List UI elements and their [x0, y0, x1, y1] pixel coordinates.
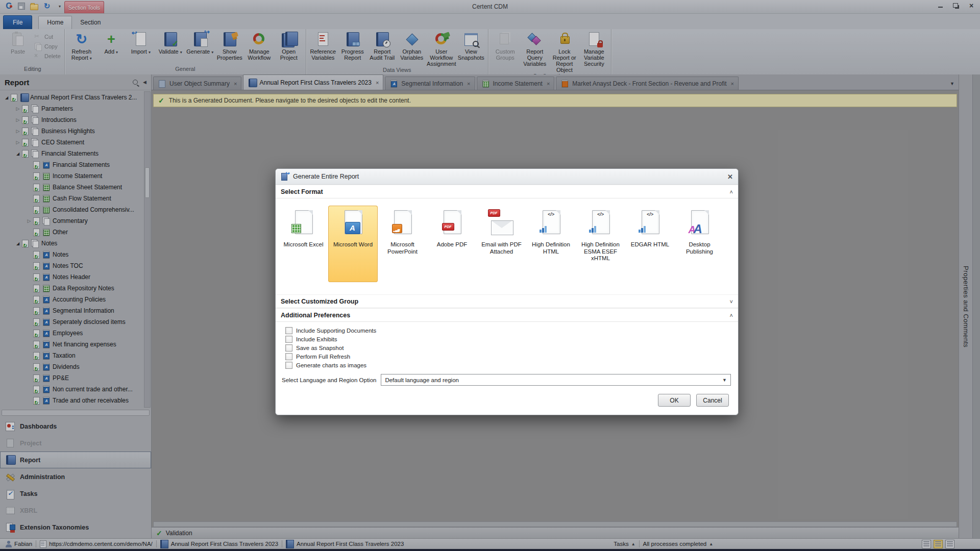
ok-button[interactable]: OK: [658, 394, 691, 407]
checkbox-perform-full-refresh[interactable]: [285, 353, 292, 360]
sidebar-item-administration[interactable]: Administration: [0, 468, 151, 485]
close-tab-icon[interactable]: ×: [547, 81, 550, 87]
view-toggle-3-icon[interactable]: [945, 540, 954, 548]
tree-item-annual-report-first-class-travelers-2[interactable]: ◢Annual Report First Class Travelers 2..…: [0, 92, 151, 103]
sidebar-item-tasks[interactable]: Tasks: [0, 485, 151, 502]
tree-item-employees[interactable]: Employees: [0, 328, 151, 339]
dialog-close-icon[interactable]: ✕: [727, 173, 733, 181]
format-option-desktop-publishing[interactable]: Desktop Publishing: [675, 206, 724, 259]
close-tab-icon[interactable]: ×: [730, 81, 733, 87]
ribbon-button-generate[interactable]: ↪Generate ▾: [185, 31, 215, 56]
ribbon-button-view-snapshots[interactable]: View Snapshots: [456, 31, 486, 61]
tree-item-balance-sheet-statement[interactable]: Balance Sheet Statement: [0, 182, 151, 193]
expand-node-icon[interactable]: ▷: [14, 140, 21, 145]
checkbox-include-exhibits[interactable]: [285, 336, 292, 343]
tree-item-net-financing-expenses[interactable]: Net financing expenses: [0, 339, 151, 350]
status-processes-button[interactable]: All processes completed ▲: [640, 539, 717, 549]
ribbon-button-progress-report[interactable]: Progress Report: [338, 31, 368, 61]
ribbon-button-reference-variables[interactable]: Reference Variables: [308, 31, 338, 61]
close-tab-icon[interactable]: ×: [467, 81, 470, 87]
tree-item-consolidated-comprehensiv[interactable]: Consolidated Comprehensiv...: [0, 204, 151, 215]
ribbon-button-report-query-variables[interactable]: Report Query Variables: [520, 31, 550, 67]
tree-item-parameters[interactable]: ▷Parameters: [0, 103, 151, 114]
ribbon-tab-section[interactable]: Section: [72, 16, 109, 29]
tree-item-segmental-information[interactable]: Segmental Information: [0, 305, 151, 316]
status-tasks-button[interactable]: Tasks ▲: [610, 539, 639, 549]
document-tab-annual-report-first-class-travelers-2023[interactable]: Annual Report First Class Travelers 2023…: [243, 74, 383, 90]
status-document-2[interactable]: Annual Report First Class Travelers 2023: [282, 539, 407, 549]
expand-node-icon[interactable]: ▷: [14, 129, 21, 134]
ribbon-button-show-properties[interactable]: Show Properties: [215, 31, 244, 61]
tree-item-financial-statements[interactable]: ◢Financial Statements: [0, 148, 151, 159]
ribbon-button-refresh-report[interactable]: ↻Refresh Report ▾: [67, 31, 96, 62]
sidebar-item-report[interactable]: Report: [0, 452, 151, 468]
tree-item-other[interactable]: Other: [0, 227, 151, 238]
maximize-icon[interactable]: [952, 3, 960, 9]
checkbox-generate-charts-as-images[interactable]: [285, 362, 292, 369]
tree-item-commentary[interactable]: ▷Commentary: [0, 215, 151, 227]
ribbon-button-orphan-variables[interactable]: Orphan Variables: [397, 31, 427, 61]
tree-scrollbar-thumb[interactable]: [145, 167, 150, 198]
ribbon-button-lock-report-or-report-object[interactable]: Lock Report or Report Object: [550, 31, 579, 73]
close-icon[interactable]: ×: [968, 3, 975, 9]
view-toggle-2-icon[interactable]: [934, 540, 943, 548]
tree-item-accounting-policies[interactable]: Accounting Policies: [0, 294, 151, 305]
ribbon-button-user-workflow-assignment[interactable]: User Workflow Assignment: [427, 31, 456, 67]
language-dropdown[interactable]: Default language and region ▼: [381, 374, 731, 386]
minimize-icon[interactable]: [937, 3, 944, 9]
collapse-panel-icon[interactable]: ◀: [143, 80, 146, 85]
view-toggle-1-icon[interactable]: [922, 540, 931, 548]
format-option-microsoft-excel[interactable]: Microsoft Excel: [279, 206, 328, 253]
tree-item-taxation[interactable]: Taxation: [0, 350, 151, 361]
checkbox-save-as-snapshot[interactable]: [285, 344, 292, 352]
ribbon-tab-home[interactable]: Home: [38, 16, 72, 29]
tree-item-notes-toc[interactable]: Notes TOC: [0, 260, 151, 271]
tree-item-seperately-disclosed-items[interactable]: Seperately disclosed items: [0, 316, 151, 328]
properties-comments-tab[interactable]: Properties and Comments: [959, 74, 972, 539]
format-option-microsoft-powerpoint[interactable]: Microsoft PowerPoint: [378, 206, 427, 259]
tree-item-data-repository-notes[interactable]: Data Repository Notes: [0, 283, 151, 294]
tree-item-non-current-trade-and-other[interactable]: Non current trade and other...: [0, 384, 151, 395]
format-option-edgar-html[interactable]: EDGAR HTML: [625, 206, 675, 253]
collapse-node-icon[interactable]: ◢: [14, 241, 21, 246]
tree-item-notes[interactable]: Notes: [0, 249, 151, 260]
tab-list-dropdown-icon[interactable]: ▼: [950, 81, 954, 86]
collapse-node-icon[interactable]: ◢: [3, 95, 10, 100]
ribbon-button-manage-workflow[interactable]: Manage Workflow: [244, 31, 274, 61]
tree-vertical-scrollbar[interactable]: [144, 91, 151, 408]
format-option-adobe-pdf[interactable]: Adobe PDF: [427, 206, 477, 253]
ribbon-button-add[interactable]: +Add ▾: [96, 31, 126, 56]
tree-item-introductions[interactable]: ▷Introductions: [0, 114, 151, 126]
ribbon-button-manage-variable-security[interactable]: Manage Variable Security: [579, 31, 609, 67]
format-option-email-with-pdf-attached[interactable]: Email with PDF Attached: [477, 206, 526, 259]
format-option-high-definition-esma-esef-xhtml[interactable]: High Definition ESMA ESEF xHTML: [576, 206, 625, 266]
section-select-customized-group[interactable]: Select Customized Group ˅: [276, 294, 738, 308]
validation-bar[interactable]: ✓ Validation: [152, 527, 959, 539]
sidebar-item-extension-taxonomies[interactable]: Extension Taxonomies: [0, 519, 151, 536]
status-document-1[interactable]: Annual Report First Class Travelers 2023: [157, 539, 282, 549]
tree-item-income-statement[interactable]: Income Statement: [0, 170, 151, 182]
close-tab-icon[interactable]: ×: [234, 81, 237, 87]
tree-item-ceo-statement[interactable]: ▷CEO Statement: [0, 137, 151, 148]
section-additional-preferences[interactable]: Additional Preferences ˄: [276, 308, 738, 322]
document-tab-segmental-information[interactable]: Segmental Information×: [385, 77, 475, 90]
sidebar-item-dashboards[interactable]: Dashboards: [0, 418, 151, 435]
collapse-node-icon[interactable]: ◢: [14, 152, 21, 156]
expand-node-icon[interactable]: ▷: [26, 218, 33, 223]
close-tab-icon[interactable]: ×: [376, 80, 379, 86]
tree-item-financial-statements[interactable]: Financial Statements: [0, 159, 151, 170]
tree-item-notes[interactable]: ◢Notes: [0, 238, 151, 249]
ribbon-button-report-audit-trail[interactable]: Report Audit Trail: [368, 31, 397, 61]
document-horizontal-scrollbar[interactable]: [153, 521, 957, 527]
expand-node-icon[interactable]: ▷: [14, 117, 21, 122]
document-tab-user-object-summary[interactable]: User Object Summary×: [153, 77, 241, 90]
format-option-microsoft-word[interactable]: Microsoft Word: [328, 206, 378, 282]
search-icon[interactable]: [133, 80, 138, 85]
tree-item-cash-flow-statement[interactable]: Cash Flow Statement: [0, 193, 151, 204]
document-tab-market-anayst-deck-front-section-revenue-and-profit[interactable]: Market Anayst Deck - Front Section - Rev…: [556, 77, 739, 90]
ribbon-button-open-project[interactable]: Open Project: [274, 31, 304, 61]
ribbon-button-validate[interactable]: ✓Validate ▾: [156, 31, 185, 56]
expand-node-icon[interactable]: ▷: [14, 106, 21, 111]
tree-item-business-highlights[interactable]: ▷Business Highlights: [0, 126, 151, 137]
document-tab-income-statement[interactable]: Income Statement×: [477, 77, 555, 90]
